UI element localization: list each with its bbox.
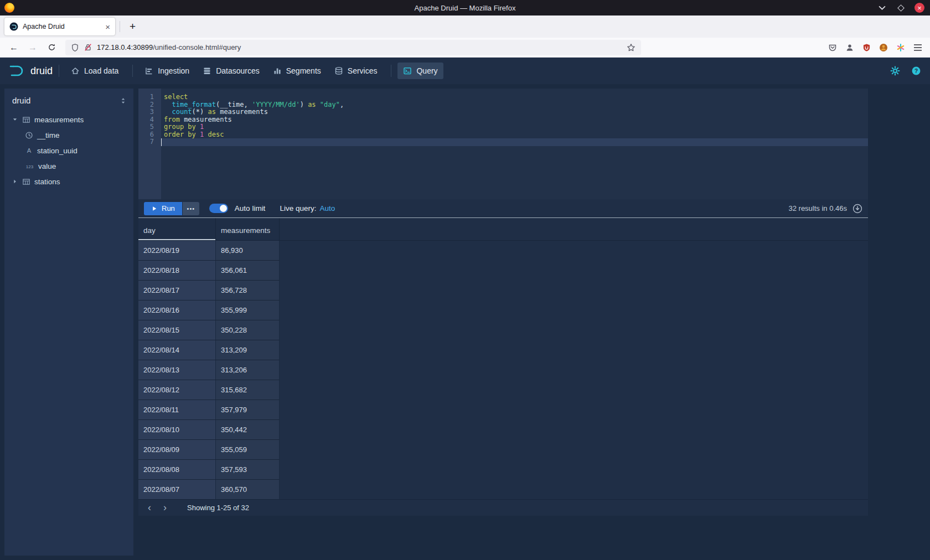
editor-line-6[interactable]: 6order by 1 desc — [138, 131, 868, 139]
settings-gear-icon[interactable] — [890, 66, 900, 76]
table-cell[interactable]: 2022/08/15 — [138, 320, 216, 340]
table-cell[interactable]: 2022/08/19 — [138, 241, 216, 261]
results-info: 32 results in 0.46s — [788, 204, 847, 212]
tree-item-label: __time — [37, 131, 60, 139]
insecure-lock-icon[interactable] — [84, 43, 92, 51]
table-cell[interactable]: 2022/08/11 — [138, 400, 216, 420]
profile-extension-icon[interactable] — [879, 43, 888, 52]
table-row: 2022/08/08357,593 — [138, 460, 868, 480]
table-cell[interactable]: 357,979 — [216, 400, 280, 420]
run-bar: Run ••• Auto limit Live query: Auto 32 r… — [138, 199, 868, 218]
svg-text:123: 123 — [26, 164, 34, 169]
window-shade-button[interactable] — [877, 3, 887, 13]
table-cell[interactable]: 313,206 — [216, 360, 280, 380]
table-cell[interactable]: 360,570 — [216, 480, 280, 499]
table-cell[interactable]: 2022/08/07 — [138, 480, 216, 499]
table-cell[interactable]: 313,209 — [216, 340, 280, 360]
table-cell[interactable]: 350,442 — [216, 420, 280, 440]
nav-item-label: Datasources — [216, 66, 260, 75]
table-cell[interactable]: 315,682 — [216, 380, 280, 400]
table-cell[interactable]: 2022/08/16 — [138, 300, 216, 320]
back-button[interactable]: ← — [6, 40, 22, 55]
tree-item-__time[interactable]: __time — [4, 127, 133, 143]
live-query-value[interactable]: Auto — [319, 204, 335, 212]
reload-button[interactable] — [43, 40, 60, 55]
nav-item-query[interactable]: Query — [397, 63, 443, 79]
nav-item-load-data[interactable]: Load data — [65, 63, 124, 79]
browser-tab[interactable]: Apache Druid × — [4, 18, 115, 35]
table-cell[interactable]: 2022/08/17 — [138, 281, 216, 300]
tab-title: Apache Druid — [23, 23, 101, 30]
table-row: 2022/08/18356,061 — [138, 261, 868, 281]
pocket-icon[interactable] — [828, 43, 837, 52]
hamburger-menu-button[interactable] — [913, 44, 922, 51]
nav-item-datasources[interactable]: Datasources — [197, 63, 265, 79]
window-maximize-button[interactable] — [896, 3, 906, 13]
table-cell[interactable]: 2022/08/13 — [138, 360, 216, 380]
window-titlebar: Apache Druid — Mozilla Firefox × — [0, 0, 930, 15]
tracking-protection-shield-icon[interactable] — [71, 43, 79, 52]
account-icon[interactable] — [845, 43, 854, 52]
column-header-day[interactable]: day — [138, 218, 216, 240]
toolbar-extensions — [828, 43, 922, 52]
schema-selector-sort-icon[interactable] — [120, 97, 127, 105]
table-cell[interactable]: 86,930 — [216, 241, 280, 261]
druid-brand[interactable]: druid — [9, 65, 53, 77]
line-number: 2 — [138, 101, 161, 109]
nav-item-segments[interactable]: Segments — [267, 63, 327, 79]
editor-line-3[interactable]: 3 count(*) as measurements — [138, 108, 868, 116]
tree-item-value[interactable]: 123value — [4, 158, 133, 174]
table-cell[interactable]: 357,593 — [216, 460, 280, 480]
table-cell[interactable]: 2022/08/08 — [138, 460, 216, 480]
new-tab-button[interactable]: + — [125, 20, 141, 33]
table-cell[interactable]: 355,999 — [216, 300, 280, 320]
table-cell[interactable]: 356,061 — [216, 261, 280, 281]
url-field[interactable]: 172.18.0.4:30899/unified-console.html#qu… — [65, 40, 641, 55]
table-row: 2022/08/12315,682 — [138, 380, 868, 400]
results-table: daymeasurements 2022/08/1986,9302022/08/… — [138, 218, 868, 499]
editor-line-5[interactable]: 5group by 1 — [138, 123, 868, 131]
auto-limit-label: Auto limit — [235, 204, 266, 212]
firefox-logo-icon — [4, 3, 14, 13]
tree-item-stations[interactable]: stations — [4, 174, 133, 189]
editor-line-1[interactable]: 1select — [138, 94, 868, 101]
ublock-extension-icon[interactable] — [862, 43, 871, 52]
table-cell[interactable]: 2022/08/12 — [138, 380, 216, 400]
help-icon[interactable]: ? — [911, 66, 921, 76]
table-cell[interactable]: 2022/08/09 — [138, 440, 216, 460]
table-cell[interactable]: 2022/08/18 — [138, 261, 216, 281]
druid-console-page: druid Load dataIngestionDatasourcesSegme… — [0, 58, 930, 560]
table-cell[interactable]: 350,228 — [216, 320, 280, 340]
tree-item-label: measurements — [34, 116, 84, 124]
table-cell[interactable]: 2022/08/10 — [138, 420, 216, 440]
run-more-button[interactable]: ••• — [183, 202, 199, 215]
sql-editor[interactable]: 1select2 time_format(__time, 'YYYY/MM/dd… — [138, 89, 868, 199]
bookmark-star-icon[interactable] — [627, 43, 636, 52]
editor-line-7[interactable]: 7 — [138, 138, 868, 146]
nav-item-services[interactable]: Services — [329, 63, 383, 79]
table-icon — [22, 116, 30, 124]
table-cell[interactable]: 2022/08/14 — [138, 340, 216, 360]
colorful-extension-icon[interactable] — [896, 43, 905, 52]
previous-page-button[interactable]: ‹ — [142, 500, 157, 516]
tree-item-station_uuid[interactable]: Astation_uuid — [4, 143, 133, 158]
run-button[interactable]: Run — [144, 202, 182, 215]
table-cell[interactable]: 356,728 — [216, 281, 280, 300]
table-row: 2022/08/14313,209 — [138, 340, 868, 360]
tree-item-measurements[interactable]: measurements — [4, 112, 133, 127]
auto-limit-toggle[interactable] — [209, 204, 228, 213]
editor-line-2[interactable]: 2 time_format(__time, 'YYYY/MM/dd') as "… — [138, 101, 868, 109]
tab-close-button[interactable]: × — [105, 22, 110, 32]
window-close-button[interactable]: × — [914, 3, 924, 13]
table-cell[interactable]: 355,059 — [216, 440, 280, 460]
download-results-icon[interactable] — [852, 204, 862, 214]
play-icon — [151, 205, 157, 212]
column-header-measurements[interactable]: measurements — [216, 218, 280, 240]
nav-item-ingestion[interactable]: Ingestion — [139, 63, 195, 79]
pagination-bar: ‹ › Showing 1-25 of 32 — [138, 499, 868, 516]
editor-line-4[interactable]: 4from measurements — [138, 116, 868, 124]
forward-button[interactable]: → — [24, 40, 41, 55]
run-button-group: Run ••• — [144, 202, 199, 215]
tab-separator — [120, 21, 120, 32]
next-page-button[interactable]: › — [157, 500, 173, 516]
